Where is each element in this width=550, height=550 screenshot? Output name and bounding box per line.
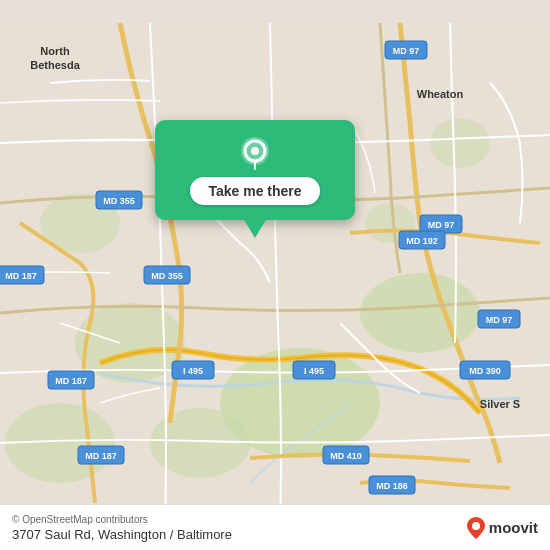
moovit-logo: moovit [467,517,538,539]
svg-text:MD 192: MD 192 [406,236,438,246]
map-background: MD 97 MD 97 MD 97 MD 355 MD 355 MD 187 M… [0,0,550,550]
take-me-there-button[interactable]: Take me there [190,177,319,205]
moovit-pin-icon [467,517,485,539]
svg-text:MD 410: MD 410 [330,451,362,461]
svg-text:MD 355: MD 355 [151,271,183,281]
svg-text:MD 187: MD 187 [5,271,37,281]
svg-text:I 495: I 495 [183,366,203,376]
svg-text:MD 186: MD 186 [376,481,408,491]
svg-text:Silver S: Silver S [480,398,520,410]
copyright-text: © OpenStreetMap contributors [12,514,232,525]
svg-text:Bethesda: Bethesda [30,59,80,71]
svg-point-43 [251,147,259,155]
svg-text:Wheaton: Wheaton [417,88,464,100]
location-pin-icon [237,135,273,171]
svg-point-44 [472,522,480,530]
svg-text:MD 390: MD 390 [469,366,501,376]
svg-text:MD 97: MD 97 [428,220,455,230]
popup-box: Take me there [155,120,355,220]
map-container: MD 97 MD 97 MD 97 MD 355 MD 355 MD 187 M… [0,0,550,550]
svg-point-6 [430,118,490,168]
svg-text:MD 355: MD 355 [103,196,135,206]
map-popup: Take me there [155,120,355,220]
bottom-bar: © OpenStreetMap contributors 3707 Saul R… [0,504,550,550]
svg-text:North: North [40,45,70,57]
svg-text:MD 187: MD 187 [55,376,87,386]
svg-text:MD 97: MD 97 [393,46,420,56]
address-text: 3707 Saul Rd, Washington / Baltimore [12,527,232,542]
svg-point-1 [360,273,480,353]
svg-text:I 495: I 495 [304,366,324,376]
svg-text:MD 97: MD 97 [486,315,513,325]
moovit-brand-text: moovit [489,519,538,536]
svg-text:MD 187: MD 187 [85,451,117,461]
